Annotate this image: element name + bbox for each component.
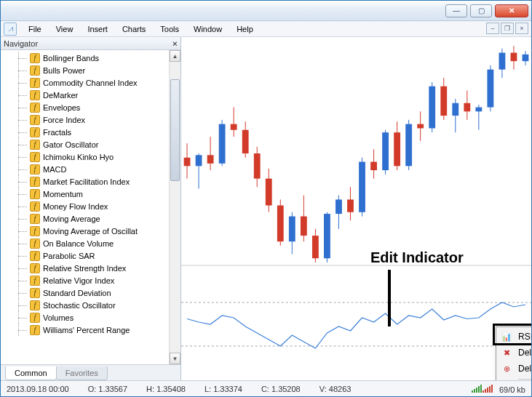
function-icon: f bbox=[30, 78, 40, 88]
indicator-item[interactable]: fCommodity Channel Index bbox=[5, 76, 180, 89]
ctx-delete-indicator[interactable]: ✖ Delete Indicator bbox=[498, 345, 531, 361]
ctx-properties-label: RSI(14) properties... bbox=[518, 332, 531, 342]
indicator-item[interactable]: fMACD bbox=[5, 163, 180, 175]
ctx-delete-window[interactable]: ⊗ Delete Indicator Window bbox=[498, 361, 531, 377]
status-volume: V: 48263 bbox=[319, 385, 352, 393]
mdi-close-button[interactable]: × bbox=[515, 23, 528, 34]
svg-rect-19 bbox=[289, 217, 295, 242]
svg-rect-27 bbox=[336, 199, 342, 214]
function-icon: f bbox=[30, 263, 40, 273]
tab-favorites[interactable]: Favorites bbox=[56, 366, 108, 380]
indicator-item[interactable]: fMoving Average bbox=[5, 212, 180, 225]
navigator-tree: fBollinger BandsfBulls PowerfCommodity C… bbox=[1, 50, 180, 364]
svg-rect-37 bbox=[394, 132, 400, 166]
svg-rect-3 bbox=[196, 155, 202, 166]
indicator-label: Market Facilitation Index bbox=[43, 177, 130, 186]
status-high: H: 1.35408 bbox=[146, 385, 186, 393]
indicator-item[interactable]: fRelative Strength Index bbox=[5, 262, 180, 274]
scroll-up-button[interactable]: ▲ bbox=[170, 50, 180, 62]
svg-rect-9 bbox=[231, 124, 237, 130]
indicator-label: Commodity Channel Index bbox=[43, 79, 138, 87]
menu-tools[interactable]: Tools bbox=[153, 23, 186, 36]
function-icon: f bbox=[30, 103, 40, 113]
function-icon: f bbox=[30, 164, 40, 175]
indicator-label: Momentum bbox=[43, 190, 83, 198]
indicator-item[interactable]: fFractals bbox=[5, 126, 180, 138]
indicator-item[interactable]: fVolumes bbox=[5, 311, 180, 324]
indicator-label: Bollinger Bands bbox=[43, 54, 99, 63]
indicator-label: Gator Oscillator bbox=[43, 140, 98, 149]
indicator-item[interactable]: fParabolic SAR bbox=[5, 249, 180, 262]
scroll-down-button[interactable]: ▼ bbox=[170, 353, 180, 364]
menubar: ⩘ FileViewInsertChartsToolsWindowHelp – … bbox=[1, 21, 531, 37]
menu-window[interactable]: Window bbox=[186, 23, 229, 36]
indicator-item[interactable]: fBollinger Bands bbox=[5, 52, 180, 64]
svg-rect-15 bbox=[266, 179, 272, 206]
indicator-item[interactable]: fMoving Average of Oscillat bbox=[5, 225, 180, 237]
indicator-item[interactable]: fBulls Power bbox=[5, 64, 180, 76]
svg-rect-21 bbox=[301, 217, 307, 236]
indicator-label: Relative Strength Index bbox=[43, 264, 126, 273]
navigator-close-button[interactable]: × bbox=[172, 39, 178, 49]
function-icon: f bbox=[30, 251, 40, 261]
indicator-item[interactable]: fEnvelopes bbox=[5, 101, 180, 113]
function-icon: f bbox=[30, 288, 40, 298]
indicator-item[interactable]: fDeMarker bbox=[5, 89, 180, 101]
indicator-item[interactable]: fWilliams' Percent Range bbox=[5, 324, 180, 336]
window-maximize-button[interactable]: ▢ bbox=[470, 4, 492, 17]
svg-rect-11 bbox=[242, 130, 249, 153]
indicator-label: MACD bbox=[43, 165, 66, 174]
function-icon: f bbox=[30, 201, 40, 212]
indicator-item[interactable]: fMarket Facilitation Index bbox=[5, 175, 180, 188]
svg-rect-7 bbox=[219, 124, 226, 164]
indicator-item[interactable]: fMomentum bbox=[5, 188, 180, 200]
svg-rect-33 bbox=[370, 162, 377, 171]
indicator-item[interactable]: fOn Balance Volume bbox=[5, 237, 180, 249]
statusbar: 2013.09.18 00:00 O: 1.33567 H: 1.35408 L… bbox=[1, 380, 531, 396]
svg-rect-47 bbox=[452, 103, 458, 116]
indicator-item[interactable]: fMoney Flow Index bbox=[5, 200, 180, 212]
indicator-item[interactable]: fStochastic Oscillator bbox=[5, 299, 180, 311]
function-icon: f bbox=[30, 214, 40, 224]
indicator-label: Ichimoku Kinko Hyo bbox=[43, 153, 114, 161]
menu-view[interactable]: View bbox=[49, 23, 81, 36]
indicator-label: Williams' Percent Range bbox=[43, 326, 130, 334]
mdi-minimize-button[interactable]: – bbox=[486, 23, 499, 34]
indicator-item[interactable]: fForce Index bbox=[5, 113, 180, 126]
svg-rect-39 bbox=[405, 124, 412, 167]
mdi-restore-button[interactable]: ❐ bbox=[501, 23, 514, 34]
function-icon: f bbox=[30, 226, 40, 236]
indicator-item[interactable]: fRelative Vigor Index bbox=[5, 274, 180, 286]
function-icon: f bbox=[30, 238, 40, 249]
indicator-item[interactable]: fIchimoku Kinko Hyo bbox=[5, 151, 180, 163]
menu-charts[interactable]: Charts bbox=[115, 23, 153, 36]
svg-rect-23 bbox=[312, 236, 319, 258]
scroll-thumb[interactable] bbox=[170, 79, 180, 181]
navigator-title: Navigator bbox=[4, 39, 38, 48]
svg-rect-41 bbox=[417, 124, 424, 129]
chart-area[interactable]: Edit Indicator 📊 RSI(14) properties... ✖… bbox=[181, 37, 531, 380]
menu-file[interactable]: File bbox=[21, 23, 49, 36]
menu-help[interactable]: Help bbox=[229, 23, 261, 36]
ctx-properties[interactable]: 📊 RSI(14) properties... bbox=[498, 329, 531, 345]
indicator-item[interactable]: fStandard Deviation bbox=[5, 286, 180, 299]
app-window: — ▢ ✕ ⩘ FileViewInsertChartsToolsWindowH… bbox=[0, 0, 532, 397]
navigator-scrollbar[interactable]: ▲ ▼ bbox=[169, 50, 180, 364]
svg-rect-25 bbox=[324, 214, 330, 258]
svg-rect-57 bbox=[511, 53, 517, 62]
function-icon: f bbox=[30, 90, 40, 100]
annotation-connector bbox=[388, 270, 391, 326]
status-close: C: 1.35208 bbox=[261, 385, 301, 393]
indicator-label: Moving Average bbox=[43, 214, 100, 223]
indicator-label: Volumes bbox=[43, 313, 74, 322]
tab-common[interactable]: Common bbox=[5, 366, 57, 380]
window-close-button[interactable]: ✕ bbox=[495, 4, 528, 17]
menu-insert[interactable]: Insert bbox=[80, 23, 115, 36]
svg-rect-59 bbox=[523, 55, 529, 61]
ctx-separator bbox=[518, 379, 531, 380]
indicator-label: Bulls Power bbox=[43, 66, 85, 75]
indicator-item[interactable]: fGator Oscillator bbox=[5, 138, 180, 151]
window-minimize-button[interactable]: — bbox=[445, 4, 467, 17]
indicator-label: On Balance Volume bbox=[43, 239, 114, 248]
ctx-delete-label: Delete Indicator bbox=[518, 348, 531, 358]
